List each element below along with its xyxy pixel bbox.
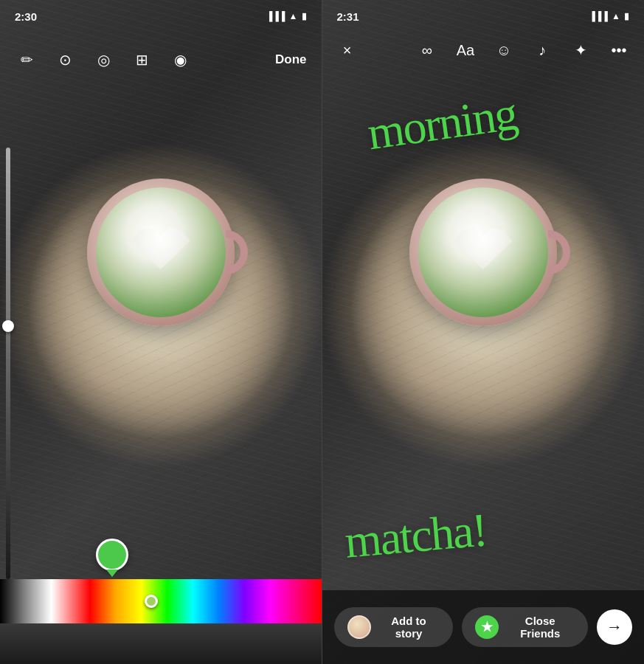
close-friends-button[interactable]: ★ Close Friends (462, 607, 588, 647)
battery-icon-right: ▮ (624, 11, 629, 21)
signal-icon-right: ▐▐▐ (589, 11, 609, 21)
action-bar: Add to story ★ Close Friends → (322, 590, 645, 664)
draw-toolbar: ✏ ⊙ ◎ ⊞ ◉ Done (0, 48, 322, 72)
close-button[interactable]: × (334, 37, 361, 63)
signal-icon: ▐▐▐ (266, 11, 285, 21)
grid-tool[interactable]: ⊞ (130, 48, 153, 72)
add-to-story-button[interactable]: Add to story (334, 607, 453, 647)
sparkle-tool[interactable]: ✦ (567, 37, 594, 63)
status-icons-right: ▐▐▐ ▲ ▮ (589, 11, 629, 21)
battery-icon: ▮ (302, 11, 307, 21)
time-left: 2:30 (15, 10, 37, 23)
color-picker[interactable] (0, 579, 322, 664)
more-options[interactable]: ••• (606, 37, 632, 63)
wifi-icon-right: ▲ (612, 11, 620, 21)
next-button[interactable]: → (597, 609, 632, 645)
pencil-tool[interactable]: ✏ (15, 48, 38, 72)
done-button[interactable]: Done (275, 52, 307, 67)
wifi-icon: ▲ (289, 11, 298, 21)
bottom-grey (0, 623, 322, 664)
sticker-tool[interactable]: ☺ (491, 37, 517, 63)
story-avatar (347, 615, 371, 639)
slider-track (6, 148, 10, 579)
text-tool[interactable]: Aa (452, 37, 479, 63)
music-tool[interactable]: ♪ (529, 37, 555, 63)
status-icons-left: ▐▐▐ ▲ ▮ (266, 11, 306, 21)
matcha-cup-right (409, 179, 557, 326)
story-toolbar: × ∞ Aa ☺ ♪ ✦ ••• (322, 37, 645, 63)
close-friends-label: Close Friends (506, 615, 575, 640)
time-right: 2:31 (337, 10, 359, 23)
brightness-slider[interactable] (6, 148, 10, 579)
status-bar-left: 2:30 ▐▐▐ ▲ ▮ (0, 0, 322, 32)
eraser-tool[interactable]: ◉ (168, 48, 192, 72)
color-spectrum-strip[interactable] (0, 579, 322, 623)
slider-thumb[interactable] (2, 320, 14, 332)
color-indicator (145, 595, 158, 608)
status-bar-right: 2:31 ▐▐▐ ▲ ▮ (322, 0, 645, 32)
left-phone: 2:30 ▐▐▐ ▲ ▮ ✏ ⊙ ◎ ⊞ ◉ Done (0, 0, 322, 664)
matcha-cup (87, 179, 235, 326)
right-phone: 2:31 ▐▐▐ ▲ ▮ × ∞ Aa ☺ ♪ ✦ ••• morning ma… (322, 0, 645, 664)
color-ball-tip (106, 570, 118, 577)
right-toolbar-icons: ∞ Aa ☺ ♪ ✦ ••• (414, 37, 632, 63)
marker-tool[interactable]: ◎ (91, 48, 115, 72)
color-preview-ball (96, 539, 128, 579)
add-to-story-label: Add to story (378, 615, 440, 640)
upload-tool[interactable]: ⊙ (53, 48, 77, 72)
selected-color-ball (96, 539, 128, 571)
loop-icon[interactable]: ∞ (414, 37, 440, 63)
green-star-icon: ★ (475, 615, 499, 639)
photo-background (0, 0, 322, 664)
